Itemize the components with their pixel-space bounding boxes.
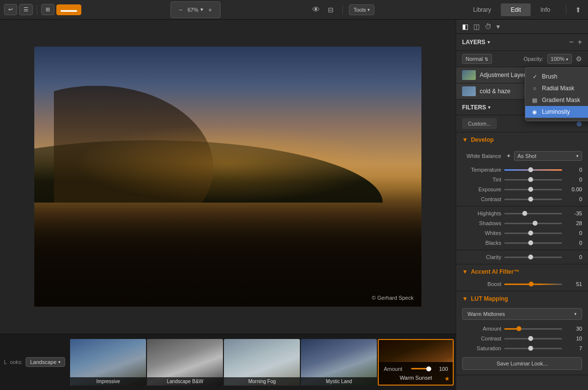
lut-contrast-slider[interactable] xyxy=(504,338,562,339)
tab-edit[interactable]: Edit xyxy=(501,3,531,16)
blacks-row: Blacks 0 xyxy=(456,238,588,248)
blend-mode-row: Normal ⇅ Opacity: 100% ▾ ⚙ xyxy=(456,51,588,67)
amount-slider[interactable] xyxy=(411,368,431,369)
gradient-icon: ▤ xyxy=(531,97,538,104)
tint-slider[interactable] xyxy=(504,179,562,181)
lut-saturation-slider[interactable] xyxy=(504,348,562,349)
dropdown-radial-mask-label: Radial Mask xyxy=(542,85,574,92)
opacity-label: Opacity: xyxy=(523,56,543,62)
layers-actions: − + xyxy=(569,38,582,47)
opacity-select[interactable]: 100% ▾ xyxy=(547,54,572,64)
shadows-slider[interactable] xyxy=(504,223,562,224)
lut-dropdown[interactable]: Warm Midtones ▾ xyxy=(462,308,582,320)
blacks-slider[interactable] xyxy=(504,242,562,244)
nav-tabs: Library Edit Info xyxy=(464,3,560,16)
wb-eyedropper-icon[interactable]: ✦ xyxy=(506,153,511,159)
split-button[interactable]: ⊟ xyxy=(325,4,337,16)
zoom-plus-button[interactable]: + xyxy=(205,4,215,16)
layers-panel-icon[interactable]: ◫ xyxy=(473,23,480,30)
dropdown-radial-mask[interactable]: ○ Radial Mask xyxy=(525,82,588,94)
adjustment-layer-item[interactable]: Adjustment Layer 1 ✏ 👁 ✓ Brush ○ Radial … xyxy=(456,67,588,83)
highlights-thumb xyxy=(522,211,527,216)
view-button[interactable]: ⊞ xyxy=(41,4,54,15)
main-layout: © Gerhard Speck L ooks: Landscape ▾ Impr… xyxy=(0,20,588,390)
tab-info[interactable]: Info xyxy=(531,3,560,16)
tools-button[interactable]: Tools ▾ xyxy=(349,4,374,15)
filmstrip: L ooks: Landscape ▾ Impressive Landscape… xyxy=(0,334,456,390)
lut-saturation-row: Saturation 7 xyxy=(456,343,588,353)
lut-amount-slider[interactable] xyxy=(504,328,562,330)
dropdown-gradient-mask-label: Gradient Mask xyxy=(542,97,580,104)
lut-select-row: Warm Midtones ▾ xyxy=(456,306,588,322)
highlights-slider[interactable] xyxy=(504,213,562,214)
layers-plus-button[interactable]: + xyxy=(578,38,582,47)
wb-chevron: ▾ xyxy=(576,154,579,158)
layers-chevron[interactable]: ▾ xyxy=(488,40,490,45)
develop-header[interactable]: ▼ Develop xyxy=(456,132,588,147)
lut-name: Warm Midtones xyxy=(467,311,505,317)
save-luminar-look-button[interactable]: Save Luminar Look... xyxy=(462,357,582,370)
back-button[interactable]: ↩ xyxy=(4,4,17,15)
clock-icon[interactable]: ⏱ xyxy=(485,23,491,30)
thumb-landscape-bw[interactable]: Landscape B&W xyxy=(147,339,223,386)
gear-button[interactable]: ⚙ xyxy=(576,55,582,63)
exposure-slider[interactable] xyxy=(504,189,562,190)
luminosity-icon: ◉ xyxy=(531,109,538,115)
clarity-row: Clarity 0 xyxy=(456,252,588,262)
wb-select[interactable]: As Shot ▾ xyxy=(514,151,582,161)
exposure-thumb xyxy=(528,187,533,192)
tab-library[interactable]: Library xyxy=(464,3,501,16)
temperature-slider[interactable] xyxy=(504,169,562,171)
dropdown-brush[interactable]: ✓ Brush xyxy=(525,71,588,82)
thumb-impressive[interactable]: Impressive xyxy=(70,339,146,386)
lut-header[interactable]: ▼ LUT Mapping xyxy=(456,291,588,306)
lut-saturation-value: 7 xyxy=(565,345,582,351)
layers-minus-button[interactable]: − xyxy=(569,38,573,47)
thumb-mystic-land[interactable]: Mystic Land xyxy=(301,339,377,386)
shadows-row: Shadows 28 xyxy=(456,218,588,228)
custom-filter-button[interactable]: Custom... xyxy=(462,118,497,129)
accent-ai-title: Accent AI Filter™ xyxy=(471,268,520,275)
clarity-slider[interactable] xyxy=(504,257,562,258)
canvas-area: © Gerhard Speck L ooks: Landscape ▾ Impr… xyxy=(0,20,456,390)
thumb-warm-sunset[interactable]: Amount 100 Warm Sunset ★ xyxy=(378,339,454,386)
thumb-mystic-land-label: Mystic Land xyxy=(301,377,377,386)
contrast-slider[interactable] xyxy=(504,199,562,200)
adjustment-layer-thumb xyxy=(462,70,476,80)
top-toolbar: ↩ ☰ ⊞ ▬▬▬ − 67% ▾ + 👁 ⊟ Tools ▾ Library … xyxy=(0,0,588,20)
accent-ai-header[interactable]: ▼ Accent AI Filter™ xyxy=(456,264,588,279)
blend-mode-select[interactable]: Normal ⇅ xyxy=(462,54,492,64)
clock-chevron-icon[interactable]: ▾ xyxy=(496,23,500,30)
shadows-value: 28 xyxy=(565,220,582,226)
zoom-minus-button[interactable]: − xyxy=(176,4,186,16)
panel-top-icons: ◧ ◫ ⏱ ▾ xyxy=(456,20,588,34)
view-icon: ⊞ xyxy=(46,6,50,13)
filmstrip-looks-selector[interactable]: Landscape ▾ xyxy=(25,357,65,367)
layers-title: LAYERS ▾ xyxy=(462,39,490,46)
filters-chevron[interactable]: ▾ xyxy=(488,105,490,110)
adjust-icon[interactable]: ◧ xyxy=(462,23,468,30)
tools-chevron: ▾ xyxy=(368,7,370,12)
lut-contrast-row: Contrast 10 xyxy=(456,334,588,343)
filmstrip-looks-label: L xyxy=(4,359,7,365)
share-button[interactable]: ⬆ xyxy=(572,4,584,16)
whites-row: Whites 0 xyxy=(456,228,588,238)
thumb-morning-fog[interactable]: Morning Fog xyxy=(224,339,300,386)
filmstrip-looks-label2: ooks: xyxy=(10,359,23,365)
filmstrip-looks-value: Landscape xyxy=(30,359,56,365)
menu-button[interactable]: ☰ xyxy=(19,4,33,15)
image-container: © Gerhard Speck xyxy=(0,20,456,334)
blacks-label: Blacks xyxy=(462,240,501,246)
boost-label: Boost xyxy=(462,281,501,287)
filters-title: FILTERS ▾ xyxy=(462,104,490,111)
whites-slider[interactable] xyxy=(504,233,562,234)
dropdown-menu: ✓ Brush ○ Radial Mask ▤ Gradient Mask ◉ … xyxy=(525,67,588,121)
boost-slider[interactable] xyxy=(504,284,562,285)
exposure-value: 0.00 xyxy=(565,186,582,192)
dropdown-gradient-mask[interactable]: ▤ Gradient Mask xyxy=(525,94,588,106)
save-look-row: Save Luminar Look... xyxy=(456,353,588,375)
dropdown-luminosity[interactable]: ◉ Luminosity xyxy=(525,106,588,118)
eye-button[interactable]: 👁 xyxy=(309,3,323,16)
contrast-value: 0 xyxy=(565,196,582,202)
bar-button[interactable]: ▬▬▬ xyxy=(56,4,81,15)
